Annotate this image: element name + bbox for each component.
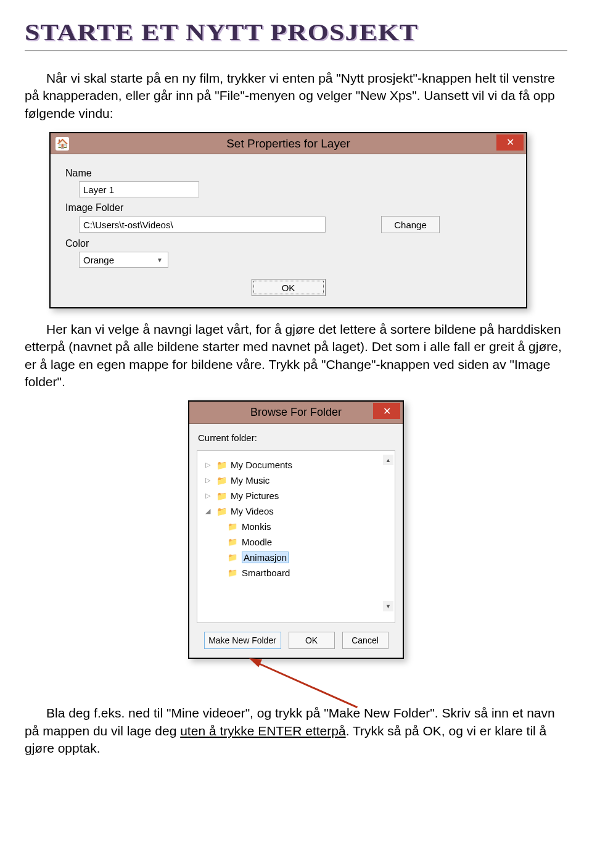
tree-item[interactable]: ▷ 📁 My Documents <box>197 457 395 473</box>
expand-icon[interactable]: ▷ <box>204 492 212 500</box>
tree-item[interactable]: ◢ 📁 My Videos <box>197 503 395 519</box>
tree-item-label: My Documents <box>231 460 292 470</box>
mid-para: Her kan vi velge å navngi laget vårt, fo… <box>25 321 567 391</box>
tree-item[interactable]: 📁 Smartboard <box>197 565 395 581</box>
set-properties-dialog: 🏠 Set Properties for Layer ✕ Name Layer … <box>49 132 527 308</box>
image-folder-input[interactable]: C:\Users\t-ost\Videos\ <box>79 217 326 233</box>
scrollbar[interactable]: ▲ ▼ <box>383 455 393 611</box>
dialog-title: Browse For Folder <box>250 406 342 419</box>
tree-item-label: My Music <box>231 475 269 486</box>
tree-item[interactable]: ▷ 📁 My Pictures <box>197 488 395 503</box>
dialog-body: Current folder: ▷ 📁 My Documents ▷ 📁 My … <box>189 424 403 658</box>
scroll-up-icon[interactable]: ▲ <box>383 455 393 465</box>
change-button[interactable]: Change <box>381 216 440 233</box>
tree-item-label: Moodle <box>242 537 272 547</box>
folder-icon: 📁 <box>215 506 228 517</box>
divider <box>25 51 567 51</box>
folder-tree: ▷ 📁 My Documents ▷ 📁 My Music ▷ 📁 My Pic… <box>197 450 395 623</box>
intro-para: Når vi skal starte på en ny film, trykke… <box>25 70 567 122</box>
folder-icon: 📁 <box>215 460 228 471</box>
browse-folder-dialog: Browse For Folder ✕ Current folder: ▷ 📁 … <box>188 400 404 659</box>
tree-item-label: Monkis <box>242 521 271 532</box>
end-para: Bla deg f.eks. ned til "Mine videoer", o… <box>25 705 567 757</box>
image-folder-label: Image Folder <box>65 202 515 213</box>
dialog-title: Set Properties for Layer <box>51 137 526 151</box>
chevron-down-icon: ▼ <box>157 257 165 263</box>
name-label: Name <box>65 168 515 179</box>
folder-icon: 📁 <box>226 537 239 548</box>
make-new-folder-button[interactable]: Make New Folder <box>204 632 281 649</box>
color-select[interactable]: Orange ▼ <box>79 252 168 268</box>
dialog-titlebar: 🏠 Set Properties for Layer ✕ <box>51 133 526 154</box>
folder-icon: 📁 <box>226 568 239 579</box>
page-title: STARTE ET NYTT PROSJEKT <box>25 19 592 46</box>
dialog-body: Name Layer 1 Image Folder C:\Users\t-ost… <box>51 154 526 307</box>
tree-item-label: My Videos <box>231 506 274 516</box>
color-label: Color <box>65 238 515 249</box>
ok-button[interactable]: OK <box>289 632 335 649</box>
folder-icon: 📁 <box>226 552 239 563</box>
cancel-button[interactable]: Cancel <box>342 632 388 649</box>
tree-item[interactable]: 📁 Moodle <box>197 534 395 550</box>
expand-icon[interactable]: ▷ <box>204 461 212 469</box>
expand-icon[interactable]: ▷ <box>204 476 212 484</box>
tree-item-label: Animasjon <box>242 552 289 563</box>
folder-icon: 📁 <box>215 490 228 502</box>
tree-item[interactable]: ▷ 📁 My Music <box>197 473 395 488</box>
scroll-down-icon[interactable]: ▼ <box>383 601 393 611</box>
pointer-arrow <box>188 661 404 705</box>
collapse-icon[interactable]: ◢ <box>204 507 212 515</box>
name-input[interactable]: Layer 1 <box>79 181 199 197</box>
tree-item-label: Smartboard <box>242 568 290 578</box>
folder-icon: 📁 <box>226 521 239 532</box>
color-value: Orange <box>83 255 114 265</box>
tree-item-label: My Pictures <box>231 490 279 501</box>
tree-item[interactable]: 📁 Monkis <box>197 519 395 534</box>
current-folder-label: Current folder: <box>198 432 395 443</box>
dialog-titlebar: Browse For Folder ✕ <box>189 402 403 424</box>
folder-icon: 📁 <box>215 475 228 486</box>
ok-button[interactable]: OK <box>252 279 326 296</box>
close-button[interactable]: ✕ <box>373 403 400 419</box>
tree-item-selected[interactable]: 📁 Animasjon <box>197 550 395 565</box>
